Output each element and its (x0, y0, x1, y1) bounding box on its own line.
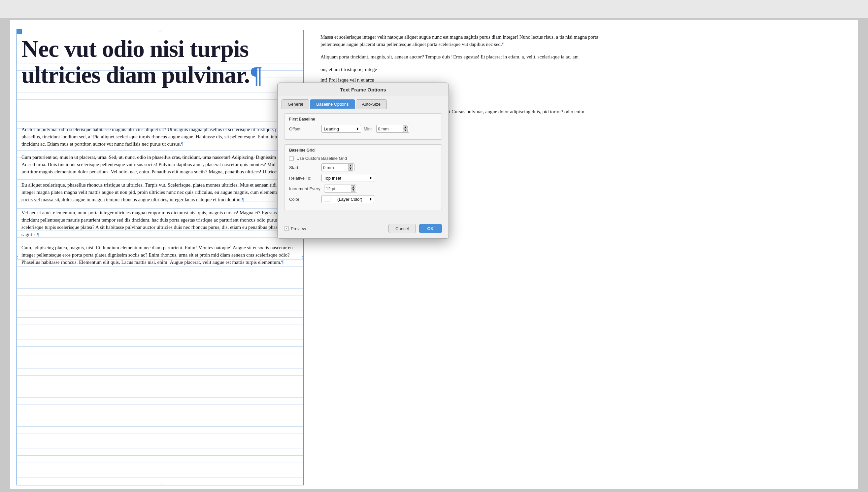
relative-to-chevron-icon: ⬍ (369, 176, 372, 180)
first-baseline-title: First Baseline (289, 117, 437, 122)
offset-row: Offset: Leading ⬍ Min: 0 mm ▲ ▼ (289, 125, 437, 133)
increment-stepper-up[interactable]: ▲ (351, 185, 355, 189)
preview-checkbox[interactable]: ✓ (284, 226, 289, 231)
dialog-tabs: General Baseline Options Auto-Size (278, 96, 449, 108)
offset-select[interactable]: Leading ⬍ (322, 125, 361, 133)
increment-input[interactable]: 12 pt ▲ ▼ (324, 184, 357, 193)
increment-value: 12 pt (326, 186, 350, 191)
color-chevron-icon: ⬍ (369, 197, 372, 201)
relative-to-select[interactable]: Top Inset ⬍ (322, 174, 374, 182)
ok-button[interactable]: OK (419, 224, 442, 233)
start-value: 0 mm (323, 165, 348, 170)
relative-to-row: Relative To: Top Inset ⬍ (289, 174, 437, 182)
min-input[interactable]: 0 mm ▲ ▼ (376, 125, 409, 133)
offset-label: Offset: (289, 126, 319, 131)
color-row: Color: (Layer Color) ⬍ (289, 195, 437, 203)
color-select[interactable]: (Layer Color) ⬍ (322, 195, 374, 203)
start-stepper[interactable]: ▲ ▼ (348, 164, 353, 171)
min-stepper-up[interactable]: ▲ (403, 125, 408, 129)
min-value: 0 mm (378, 126, 402, 131)
increment-row: Increment Every: 12 pt ▲ ▼ (289, 184, 437, 193)
tab-baseline-options[interactable]: Baseline Options (310, 99, 355, 108)
tab-auto-size[interactable]: Auto-Size (356, 99, 387, 108)
canvas: Nec vut odio nisi turpis ultricies diam … (0, 0, 868, 492)
tab-general[interactable]: General (282, 99, 309, 108)
start-stepper-down[interactable]: ▼ (348, 167, 353, 171)
increment-stepper[interactable]: ▲ ▼ (351, 185, 355, 192)
color-label: Color: (289, 197, 319, 202)
increment-label: Increment Every: (289, 186, 322, 191)
use-custom-label: Use Custom Baseline Grid (297, 156, 347, 161)
color-value: (Layer Color) (337, 197, 362, 202)
dialog-footer: ✓ Preview Cancel OK (278, 221, 449, 239)
first-baseline-section: First Baseline Offset: Leading ⬍ Min: 0 … (284, 113, 442, 140)
preview-label: Preview (291, 226, 306, 231)
start-stepper-up[interactable]: ▲ (348, 164, 353, 167)
start-input[interactable]: 0 mm ▲ ▼ (322, 164, 354, 171)
baseline-grid-section: Baseline Grid Use Custom Baseline Grid S… (284, 144, 442, 210)
relative-to-label: Relative To: (289, 176, 319, 181)
cancel-button[interactable]: Cancel (388, 224, 415, 233)
color-swatch-icon (324, 197, 330, 201)
dialog-title: Text Frame Options (278, 83, 449, 96)
dialog-body: First Baseline Offset: Leading ⬍ Min: 0 … (278, 108, 449, 221)
use-custom-row: Use Custom Baseline Grid (289, 156, 437, 161)
dialog-text-frame-options: Text Frame Options General Baseline Opti… (277, 82, 449, 239)
modal-overlay: Text Frame Options General Baseline Opti… (0, 0, 868, 492)
start-row: Start: 0 mm ▲ ▼ (289, 164, 437, 171)
min-label: Min: (364, 126, 374, 131)
offset-value: Leading (324, 126, 339, 131)
baseline-grid-title: Baseline Grid (289, 148, 437, 152)
use-custom-checkbox[interactable] (289, 156, 294, 161)
min-stepper[interactable]: ▲ ▼ (403, 125, 408, 132)
offset-chevron-icon: ⬍ (356, 127, 359, 131)
increment-stepper-down[interactable]: ▼ (351, 189, 355, 192)
relative-to-value: Top Inset (324, 176, 341, 181)
start-label: Start: (289, 165, 319, 170)
min-stepper-down[interactable]: ▼ (403, 129, 408, 132)
preview-area: ✓ Preview (284, 226, 385, 231)
